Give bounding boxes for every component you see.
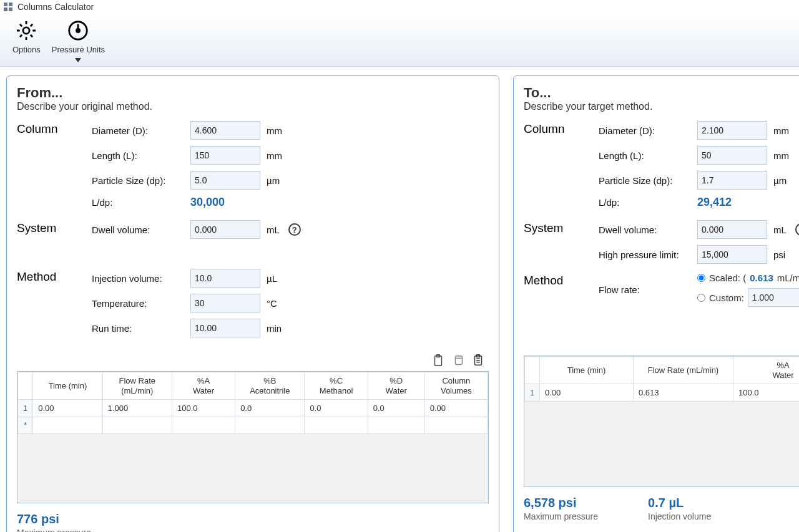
to-length-unit: mm (773, 150, 789, 161)
col-c: %CMethanol (305, 372, 368, 400)
custom-flow-input[interactable] (748, 288, 799, 307)
to-diameter-label: Diameter (D): (599, 125, 692, 136)
col-a: %AWater (172, 372, 235, 400)
table-row[interactable]: 1 0.00 0.613 100.0 (525, 384, 800, 402)
help-icon[interactable]: ? (795, 223, 799, 236)
scaled-value: 0.613 (750, 273, 773, 283)
help-icon[interactable]: ? (288, 223, 301, 236)
to-pressure-label: Maximum pressure (524, 511, 598, 521)
from-diameter-unit: mm (267, 125, 282, 136)
options-label: Options (12, 45, 41, 54)
pressure-units-button[interactable]: Pressure Units (52, 19, 105, 62)
col-cv: Column Volumes (424, 372, 488, 400)
ribbon: Options Pressure Units (0, 14, 799, 67)
copy-icon[interactable] (451, 354, 465, 367)
col-a: %AWater (733, 357, 800, 384)
from-runtime-unit: min (267, 323, 282, 334)
col-flow: Flow Rate (mL/min) (102, 372, 172, 400)
from-diameter-input[interactable] (190, 121, 260, 140)
to-inj-value: 0.7 µL (648, 496, 711, 510)
from-runtime-label: Run time: (92, 323, 185, 334)
to-gradient-grid[interactable]: Time (min) Flow Rate (mL/min) %AWater 1 … (524, 355, 799, 487)
to-ldp-value: 29,412 (697, 196, 772, 209)
from-injection-input[interactable] (190, 269, 260, 288)
from-panel: From... Describe your original method. C… (6, 75, 499, 532)
app-icon (4, 2, 12, 11)
from-injection-label: Injection volume: (92, 273, 185, 284)
from-length-unit: mm (267, 150, 282, 161)
to-subtitle: Describe your target method. (524, 101, 799, 112)
from-injection-unit: µL (267, 273, 277, 284)
from-system-section: System (17, 220, 92, 239)
from-runtime-input[interactable] (190, 319, 260, 337)
to-length-label: Length (L): (599, 150, 692, 161)
clipboard-icon[interactable] (471, 354, 485, 367)
to-dwell-label: Dwell volume: (599, 225, 692, 235)
options-button[interactable]: Options (12, 19, 41, 62)
svg-point-0 (23, 27, 29, 34)
from-diameter-label: Diameter (D): (92, 125, 185, 136)
paste-icon[interactable] (431, 354, 445, 367)
col-time: Time (min) (33, 372, 102, 400)
to-panel: To... Describe your target method. Colum… (513, 75, 799, 532)
from-ldp-value: 30,000 (190, 196, 265, 209)
to-column-section: Column (524, 121, 599, 209)
workspace: From... Describe your original method. C… (0, 67, 799, 532)
to-method-section: Method (524, 273, 599, 307)
to-hpl-unit: psi (773, 249, 785, 260)
pressure-units-label: Pressure Units (52, 45, 105, 54)
scaled-radio[interactable]: Scaled: ( 0.613 mL/m (697, 273, 799, 283)
to-hpl-input[interactable] (697, 245, 767, 264)
from-dwell-unit: mL (267, 225, 280, 235)
from-heading: From... (17, 85, 489, 101)
gear-icon (14, 19, 38, 42)
to-flowrate-label: Flow rate: (599, 284, 692, 295)
from-pressure-value: 776 psi (17, 512, 91, 526)
window-title: Columns Calculator (17, 2, 94, 12)
to-length-input[interactable] (697, 146, 767, 165)
to-system-section: System (524, 220, 599, 264)
from-dwell-label: Dwell volume: (92, 225, 185, 235)
chevron-down-icon (75, 58, 81, 62)
svg-rect-5 (455, 356, 462, 365)
from-ldp-label: L/dp: (92, 197, 185, 208)
from-pressure-label: Maximum pressure (17, 528, 91, 532)
from-particle-input[interactable] (190, 171, 260, 190)
from-dwell-input[interactable] (190, 220, 260, 239)
to-dwell-unit: mL (773, 225, 787, 235)
to-inj-label: Injection volume (648, 511, 711, 521)
to-hpl-label: High pressure limit: (599, 249, 692, 260)
custom-radio[interactable]: Custom: (697, 288, 799, 307)
from-temperature-input[interactable] (190, 294, 260, 312)
to-ldp-label: L/dp: (599, 197, 692, 208)
to-particle-unit: µm (773, 175, 787, 186)
from-temperature-label: Temperature: (92, 298, 185, 309)
to-dwell-input[interactable] (697, 220, 767, 239)
to-heading: To... (524, 85, 799, 101)
table-row[interactable]: 1 0.00 1.000 100.0 0.0 0.0 0.0 0.00 (18, 400, 488, 417)
gauge-icon (66, 19, 90, 42)
col-time: Time (min) (540, 357, 634, 384)
from-particle-unit: µm (267, 175, 280, 186)
col-b: %BAcetonitrile (235, 372, 305, 400)
from-temperature-unit: °C (267, 298, 277, 309)
from-column-section: Column (17, 121, 92, 209)
title-bar: Columns Calculator (0, 0, 799, 14)
to-particle-label: Particle Size (dp): (599, 175, 692, 186)
from-method-section: Method (17, 269, 92, 337)
to-pressure-value: 6,578 psi (524, 496, 598, 510)
col-d: %DWater (368, 372, 424, 400)
from-length-label: Length (L): (92, 150, 185, 161)
from-length-input[interactable] (190, 146, 260, 165)
from-particle-label: Particle Size (dp): (92, 175, 185, 186)
from-gradient-grid[interactable]: Time (min) Flow Rate (mL/min) %AWater %B… (17, 371, 489, 503)
to-diameter-unit: mm (773, 125, 789, 136)
to-diameter-input[interactable] (697, 121, 767, 140)
from-subtitle: Describe your original method. (17, 101, 489, 112)
col-flow: Flow Rate (mL/min) (634, 357, 733, 384)
table-row[interactable]: * (18, 417, 488, 434)
to-particle-input[interactable] (697, 171, 767, 190)
